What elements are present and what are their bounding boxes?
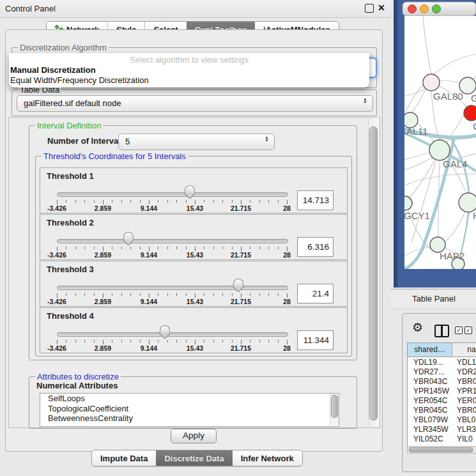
slider-tick (195, 247, 196, 251)
attribute-list-item[interactable]: BetweennessCentrality (40, 413, 339, 424)
threshold-slider-thumb[interactable] (123, 232, 134, 245)
threshold-slider-thumb[interactable] (185, 185, 195, 198)
node-label: GCY1 (404, 210, 430, 221)
slider-tick (130, 247, 131, 249)
threshold-value-field[interactable]: 6.316 (297, 237, 334, 257)
threshold-slider-thumb[interactable] (233, 279, 243, 291)
network-node-gal80[interactable] (423, 74, 440, 91)
slider-tick (130, 293, 131, 296)
slider-tick (140, 247, 141, 249)
gear-icon[interactable]: ⚙ (412, 321, 423, 334)
table-row[interactable]: YIL052CYIL0 (408, 434, 476, 444)
slider-scale-label: 21.715 (231, 298, 251, 305)
slider-tick (66, 200, 66, 203)
attribute-list-item[interactable]: TopologicalCoefficient (40, 404, 339, 414)
network-node-gal4[interactable] (429, 140, 450, 160)
threshold-slider-track[interactable] (57, 332, 288, 337)
table-row[interactable]: YDR27...YDR2 (408, 367, 476, 377)
table-horizontal-scrollbar[interactable] (407, 446, 476, 454)
slider-scale-label: 2.859 (95, 298, 111, 305)
slider-scale-label: 9.144 (141, 298, 157, 305)
slider-scale-label: 28 (283, 204, 291, 212)
slider-tick (204, 293, 204, 296)
number-of-intervals-combobox[interactable]: 5 ▲▼ (118, 134, 275, 150)
slider-tick (222, 200, 223, 203)
table-data-combobox[interactable]: galFiltered.sif default node ▲▼ (17, 95, 373, 112)
algorithm-option[interactable]: Manual Discretization (9, 65, 369, 75)
column-header-name[interactable]: na (452, 343, 476, 357)
cell-name: YBR0 (457, 377, 476, 387)
table-row[interactable]: YBL079WYBL0 (408, 415, 476, 425)
slider-tick (57, 340, 58, 344)
threshold-value-field[interactable]: 14.713 (297, 190, 334, 210)
table-row[interactable]: YER054CYER0 (408, 396, 476, 406)
attributes-list-scrollbar-thumb[interactable] (331, 395, 338, 418)
threshold-label: Threshold 1 (47, 171, 94, 181)
node-label: GA (471, 93, 476, 104)
slider-scale-label: -3.426 (47, 204, 66, 212)
threshold-slider-track[interactable] (57, 239, 288, 243)
bottom-tab-infer-network[interactable]: Infer Network (233, 450, 302, 466)
table-row[interactable]: YDL19...YDL1 (408, 358, 476, 367)
slider-tick (232, 247, 233, 249)
network-node-h[interactable] (459, 193, 476, 212)
cell-shared-name: YPR145W (413, 387, 449, 396)
checkbox-icon[interactable]: ✓ (455, 326, 463, 334)
threshold-slider-track[interactable] (57, 192, 288, 197)
slider-tick (149, 340, 150, 344)
threshold-slider-thumb[interactable] (160, 325, 170, 338)
checkbox-icon[interactable]: ✓ (464, 326, 472, 334)
slider-tick (75, 293, 76, 296)
network-node-c[interactable] (464, 105, 476, 121)
algorithm-option[interactable]: Equal Width/Frequency Discretization (9, 75, 369, 86)
slider-tick (167, 247, 168, 249)
threshold-value-field[interactable]: 21.4 (297, 284, 334, 303)
slider-tick (121, 200, 122, 203)
attribute-list-item[interactable]: SelfLoops (40, 394, 339, 404)
slider-tick (232, 340, 233, 342)
column-header-shared-name[interactable]: shared… (408, 343, 452, 357)
slider-tick (213, 340, 214, 342)
zoom-traffic-light[interactable] (433, 5, 441, 13)
slider-tick (232, 293, 233, 296)
table-row[interactable]: YBR045CYBR0 (408, 406, 476, 415)
number-of-intervals-label: Number of Intervals (47, 136, 125, 146)
threshold-panel: Threshold 2-3.4262.8599.14415.4321.71528… (40, 214, 348, 260)
threshold-panel: Threshold 3-3.4262.8599.14415.4321.71528… (40, 261, 348, 307)
threshold-value-field[interactable]: 11.344 (297, 330, 334, 350)
bottom-tab-label: Impute Data (100, 454, 148, 463)
bottom-tab-impute-data[interactable]: Impute Data (92, 450, 156, 466)
node-label: GAL4 (443, 158, 467, 169)
slider-tick (66, 293, 66, 296)
slider-tick (121, 293, 122, 296)
slider-tick (94, 247, 95, 249)
threshold-slider-track[interactable] (57, 286, 288, 290)
slider-tick (167, 200, 168, 203)
slider-scale-label: 15.43 (187, 298, 203, 305)
slider-tick (130, 200, 131, 203)
slider-tick (94, 340, 95, 342)
table-horizontal-scrollbar-thumb[interactable] (409, 447, 473, 452)
slider-tick (186, 340, 187, 342)
float-window-icon[interactable] (365, 4, 374, 13)
cell-name: YIL0 (457, 434, 473, 444)
slider-tick (140, 340, 141, 342)
close-icon[interactable]: ✕ (378, 3, 385, 13)
threshold-panel: Threshold 1-3.4262.8599.14415.4321.71528… (40, 167, 348, 213)
cell-shared-name: YDR27... (413, 367, 445, 377)
vertical-scrollbar-thumb[interactable] (369, 127, 378, 420)
apply-button[interactable]: Apply (171, 429, 217, 443)
slider-scale-label: -3.426 (47, 251, 66, 259)
threshold-label: Threshold 3 (47, 265, 94, 274)
node-attribute-table[interactable]: shared… na YDL19...YDL1YDR27...YDR2YBR04… (407, 342, 476, 447)
bottom-tab-discretize-data[interactable]: Discretize Data (156, 450, 232, 466)
minimize-traffic-light[interactable] (420, 5, 429, 13)
table-row[interactable]: YLR345WYLR3 (408, 425, 476, 434)
table-row[interactable]: YBR043CYBR0 (408, 377, 476, 387)
close-traffic-light[interactable] (408, 5, 417, 13)
column-layout-icon[interactable] (434, 325, 449, 337)
network-view-window[interactable]: GAL80GACGAL11GAL4GCY1HHAP2 (394, 0, 476, 288)
table-row[interactable]: YPR145WYPR1 (408, 387, 476, 396)
slider-tick (57, 247, 58, 251)
numerical-attributes-list[interactable]: SelfLoopsTopologicalCoefficientBetweenne… (40, 393, 339, 427)
